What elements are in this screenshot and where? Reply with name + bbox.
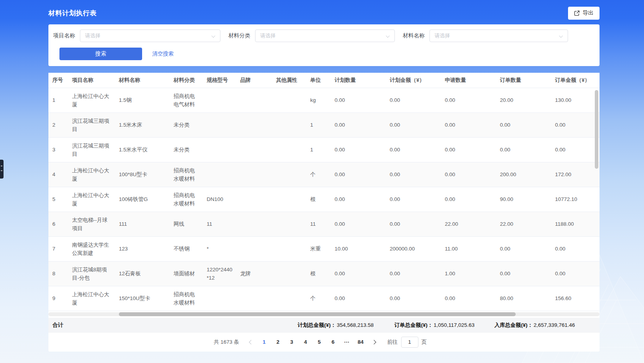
column-header-index: 序号 xyxy=(48,73,68,88)
page-number-84[interactable]: 84 xyxy=(354,337,368,348)
material-category-select[interactable]: 请选择 xyxy=(255,29,395,42)
page-number-1[interactable]: 1 xyxy=(257,337,271,348)
table-row: 8滨江花城8期项目-分包12石膏板墙面辅材1220*2440*12龙牌根0.00… xyxy=(48,261,600,286)
cell-order-qty: 0.00 xyxy=(496,261,551,286)
materials-table-card: 序号项目名称材料名称材料分类规格型号品牌其他属性单位计划数量计划金额（¥）申请数… xyxy=(48,73,600,352)
cell-other-attrs xyxy=(272,112,306,137)
horizontal-scrollbar-track[interactable] xyxy=(48,312,600,316)
main-content: 材料计划执行表 导出 项目名称 请选择 材料分类 请选择 xyxy=(48,0,600,352)
project-name-label: 项目名称 xyxy=(53,32,75,39)
column-header-order-amount: 订单金额（¥） xyxy=(551,73,600,88)
table-row: 1上海松江中心大厦1.5钢招商机电电气材料kg0.000.000.0020.00… xyxy=(48,88,600,112)
cell-planned-amount: 0.00 xyxy=(386,212,441,236)
cell-project-name: 上海松江中心大厦 xyxy=(68,286,115,311)
material-name-select[interactable]: 请选择 xyxy=(429,29,568,42)
planned-total-label: 计划总金额(¥)： xyxy=(298,322,336,329)
cell-spec-model xyxy=(203,162,236,187)
material-name-label: 材料名称 xyxy=(403,32,425,39)
cell-index: 2 xyxy=(48,112,68,137)
page-title: 材料计划执行表 xyxy=(48,9,97,18)
cell-applied-qty: 11.00 xyxy=(441,236,496,261)
cell-order-amount: 0.00 xyxy=(551,261,600,286)
cell-planned-amount: 0.00 xyxy=(386,88,441,112)
cell-other-attrs xyxy=(272,162,306,187)
chevron-down-icon xyxy=(211,34,215,38)
page-number-2[interactable]: 2 xyxy=(271,337,285,348)
inbound-total-amount: 入库总金额(¥)：2,657,339,761.46 xyxy=(494,318,575,333)
planned-total-amount: 计划总金额(¥)：354,568,213.58 xyxy=(298,318,374,333)
table-row: 5上海松江中心大厦100铸铁管G招商机电水暖材料DN100根0.000.000.… xyxy=(48,187,600,212)
filter-panel: 项目名称 请选择 材料分类 请选择 材料名称 请选择 xyxy=(48,24,600,66)
cell-unit: 个 xyxy=(306,162,331,187)
page-number-6[interactable]: 6 xyxy=(326,337,340,348)
page-number-5[interactable]: 5 xyxy=(313,337,326,348)
cell-planned-amount: 0.00 xyxy=(386,261,441,286)
cell-planned-amount: 0.00 xyxy=(386,286,441,311)
export-button[interactable]: 导出 xyxy=(568,7,600,20)
cell-order-amount: 130.00 xyxy=(551,88,600,112)
clear-search-link[interactable]: 清空搜索 xyxy=(152,50,174,57)
inbound-total-label: 入库总金额(¥)： xyxy=(494,322,533,329)
cell-index: 5 xyxy=(48,187,68,212)
cell-planned-qty: 0.00 xyxy=(331,212,386,236)
cell-project-name: 滨江花城三期项目 xyxy=(68,112,115,137)
cell-brand xyxy=(236,112,272,137)
cell-material-category: 招商机电水暖材料 xyxy=(170,286,203,311)
table-row: 4上海松江中心大厦100*8U型卡招商机电水暖材料个0.000.000.0020… xyxy=(48,162,600,187)
side-drawer-handle[interactable] xyxy=(0,160,4,179)
column-header-planned-qty: 计划数量 xyxy=(331,73,386,88)
page-ellipsis[interactable]: ··· xyxy=(340,337,354,348)
project-name-select[interactable]: 请选择 xyxy=(80,29,220,42)
cell-applied-qty: 0.00 xyxy=(441,187,496,212)
table-row: 6太空电梯--月球项目111网线11110.000.0022.0022.0011… xyxy=(48,212,600,236)
cell-order-amount: 1188.00 xyxy=(551,212,600,236)
cell-order-amount: 0.00 xyxy=(551,112,600,137)
cell-material-name: 123 xyxy=(115,236,170,261)
cell-material-name: 1.5米水平仪 xyxy=(115,137,170,162)
cell-order-qty: 0.00 xyxy=(496,137,551,162)
cell-planned-amount: 200000.00 xyxy=(386,236,441,261)
page-number-4[interactable]: 4 xyxy=(299,337,313,348)
page-number-3[interactable]: 3 xyxy=(285,337,299,348)
cell-material-category: 招商机电水暖材料 xyxy=(170,187,203,212)
filter-row: 项目名称 请选择 材料分类 请选择 材料名称 请选择 xyxy=(53,29,593,42)
cell-planned-qty: 0.00 xyxy=(331,112,386,137)
cell-unit: 1 xyxy=(306,137,331,162)
export-icon xyxy=(574,10,580,16)
table-row: 3滨江花城三期项目1.5米水平仪未分类10.000.000.000.000.00 xyxy=(48,137,600,162)
totals-row: 合计 计划总金额(¥)：354,568,213.58 订单总金额(¥)：1,05… xyxy=(48,318,600,333)
cell-spec-model: * xyxy=(203,236,236,261)
column-header-other-attrs: 其他属性 xyxy=(272,73,306,88)
cell-planned-amount: 0.00 xyxy=(386,187,441,212)
cell-other-attrs xyxy=(272,261,306,286)
cell-project-name: 太空电梯--月球项目 xyxy=(68,212,115,236)
horizontal-scrollbar-thumb[interactable] xyxy=(119,312,516,316)
cell-material-name: 1.5米木床 xyxy=(115,112,170,137)
cell-applied-qty: 1.00 xyxy=(441,261,496,286)
vertical-scrollbar-thumb[interactable] xyxy=(595,90,598,169)
cell-unit: 米重 xyxy=(306,236,331,261)
column-header-brand: 品牌 xyxy=(236,73,272,88)
goto-page: 前往 页 xyxy=(387,337,427,348)
cell-unit: 1 xyxy=(306,112,331,137)
next-page-button[interactable] xyxy=(368,337,380,348)
cell-order-qty: 0.00 xyxy=(496,236,551,261)
cell-unit: kg xyxy=(306,88,331,112)
cell-material-category: 墙面辅材 xyxy=(170,261,203,286)
cell-project-name: 滨江花城三期项目 xyxy=(68,137,115,162)
filter-group-project: 项目名称 请选择 xyxy=(53,29,220,42)
cell-order-amount: 0.00 xyxy=(551,236,600,261)
cell-other-attrs xyxy=(272,212,306,236)
previous-page-button[interactable] xyxy=(245,337,257,348)
goto-page-input[interactable] xyxy=(401,337,418,348)
cell-material-category: 招商机电电气材料 xyxy=(170,88,203,112)
search-button[interactable]: 搜索 xyxy=(59,48,142,60)
cell-unit: 11 xyxy=(306,212,331,236)
column-header-order-qty: 订单数量 xyxy=(496,73,551,88)
column-header-applied-qty: 申请数量 xyxy=(441,73,496,88)
table-row: 2滨江花城三期项目1.5米木床未分类10.000.000.000.000.00 xyxy=(48,112,600,137)
cell-index: 9 xyxy=(48,286,68,311)
cell-applied-qty: 22.00 xyxy=(441,212,496,236)
cell-material-name: 100*8U型卡 xyxy=(115,162,170,187)
cell-order-amount: 0.00 xyxy=(551,137,600,162)
